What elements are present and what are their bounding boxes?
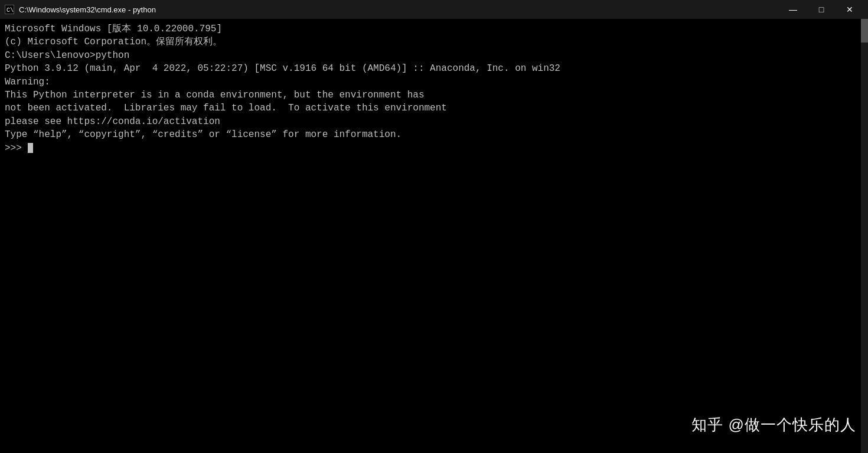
line-12: Type “help”, “copyright”, “credits” or “… [5,128,856,141]
prompt-line: >>> [5,142,856,155]
cmd-icon: C\ [5,5,14,14]
title-bar: C\ C:\Windows\system32\cmd.exe - python … [0,0,868,19]
scrollbar-thumb[interactable] [861,19,868,43]
window-title: C:\Windows\system32\cmd.exe - python [19,5,156,14]
line-2: (c) Microsoft Corporation。保留所有权利。 [5,35,856,48]
scrollbar[interactable] [861,19,868,453]
svg-text:C\: C\ [6,7,14,14]
line-5: Python 3.9.12 (main, Apr 4 2022, 05:22:2… [5,62,856,75]
cmd-window: C\ C:\Windows\system32\cmd.exe - python … [0,0,868,453]
cursor [28,143,33,153]
line-4: C:\Users\lenovo>python [5,49,856,62]
line-7: Warning: [5,76,856,89]
window-controls: — □ ✕ [779,0,863,19]
watermark: 知乎 @做一个快乐的人 [691,415,856,435]
title-bar-left: C\ C:\Windows\system32\cmd.exe - python [5,5,156,14]
console-area: Microsoft Windows [版本 10.0.22000.795](c)… [0,19,868,453]
line-8: This Python interpreter is in a conda en… [5,89,856,102]
maximize-button[interactable]: □ [808,0,835,19]
line-10: please see https://conda.io/activation [5,115,856,128]
line-1: Microsoft Windows [版本 10.0.22000.795] [5,22,856,35]
minimize-button[interactable]: — [779,0,807,19]
console-output[interactable]: Microsoft Windows [版本 10.0.22000.795](c)… [0,19,861,453]
line-9: not been activated. Libraries may fail t… [5,102,856,115]
prompt: >>> [5,142,27,155]
close-button[interactable]: ✕ [836,0,863,19]
